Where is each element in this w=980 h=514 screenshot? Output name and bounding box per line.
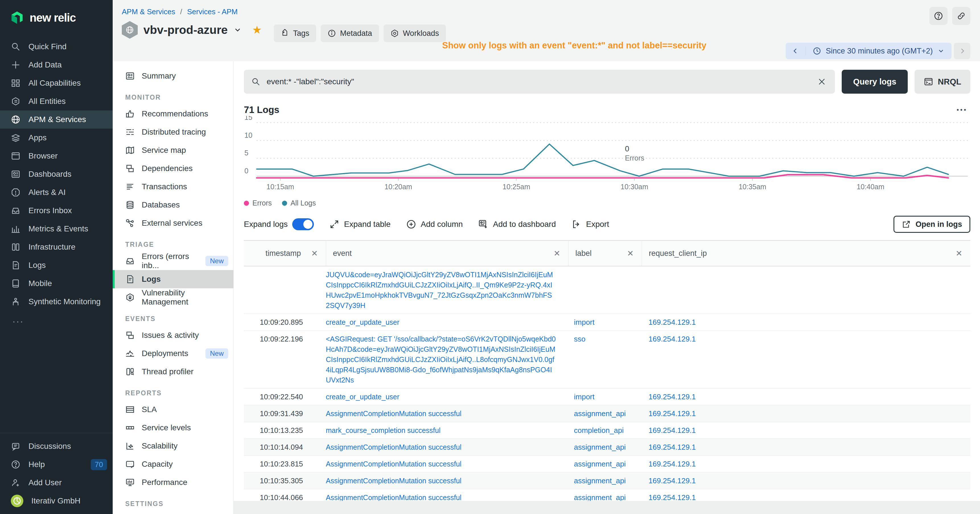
copy-link-button[interactable]	[952, 7, 970, 25]
log-ip-link[interactable]: 169.254.129.1	[642, 439, 970, 455]
sidebar-item-logs[interactable]: Logs	[0, 256, 113, 274]
log-table-row[interactable]: 10:10:13.235 mark_course_completion succ…	[244, 422, 970, 439]
remove-column-button[interactable]: ✕	[309, 249, 320, 258]
subnav-item-deployments[interactable]: Deployments New	[113, 344, 233, 363]
time-back-button[interactable]	[786, 43, 805, 59]
subnav-item-service-levels[interactable]: Service levels	[113, 419, 233, 437]
export-button[interactable]: Export	[571, 219, 609, 229]
log-query-input[interactable]	[266, 77, 810, 86]
subnav-item-capacity[interactable]: Capacity	[113, 455, 233, 473]
log-table-row[interactable]: 10:10:23.815 AssignmentCompletionMutatio…	[244, 456, 970, 473]
sidebar-item-alerts-ai[interactable]: Alerts & AI	[0, 183, 113, 202]
sidebar-item-dashboards[interactable]: Dashboards	[0, 165, 113, 183]
subnav-item-distributed-tracing[interactable]: Distributed tracing	[113, 123, 233, 141]
open-in-logs-button[interactable]: Open in logs	[894, 216, 970, 233]
chevron-down-icon[interactable]	[233, 25, 242, 34]
log-label-link[interactable]: import	[568, 388, 642, 405]
sidebar-item-add-user[interactable]: Add User	[0, 474, 113, 492]
log-table-row[interactable]: 10:10:35.305 AssignmentCompletionMutatio…	[244, 473, 970, 489]
logs-timeseries-chart[interactable]: 05101510:15am10:20am10:25am10:30am10:35a…	[244, 116, 970, 198]
remove-column-button[interactable]: ✕	[552, 249, 563, 258]
log-table-row[interactable]: 10:09:22.196 <ASGIRequest: GET '/sso/cal…	[244, 331, 970, 388]
sidebar-item-apps[interactable]: Apps	[0, 129, 113, 147]
log-event-link[interactable]: mark_course_completion successful	[326, 422, 568, 439]
time-forward-button[interactable]	[954, 43, 970, 59]
add-to-dashboard-button[interactable]: Add to dashboard	[478, 219, 556, 229]
log-label-link[interactable]: import	[568, 314, 642, 330]
query-logs-button[interactable]: Query logs	[842, 70, 908, 94]
log-table-row[interactable]: JUQVU&code=eyJraWQiOiJjcGltY29yZV8wOTI1M…	[244, 266, 970, 314]
expand-logs-toggle[interactable]: Expand logs	[244, 218, 314, 230]
log-ip-link[interactable]: 169.254.129.1	[642, 331, 970, 388]
log-label-link[interactable]: assignment_api	[568, 456, 642, 472]
log-label-link[interactable]	[568, 266, 642, 313]
sidebar-item-errors-inbox[interactable]: Errors Inbox	[0, 202, 113, 220]
help-button[interactable]	[929, 7, 948, 25]
breadcrumb-apm-services[interactable]: APM & Services	[122, 7, 175, 16]
sidebar-item-account[interactable]: Iterativ GmbH	[0, 492, 113, 510]
sidebar-item-metrics-events[interactable]: Metrics & Events	[0, 220, 113, 238]
subnav-item-logs[interactable]: Logs	[113, 270, 233, 288]
add-column-button[interactable]: Add column	[406, 219, 463, 229]
sidebar-item-mobile[interactable]: Mobile	[0, 274, 113, 293]
legend-item-errors[interactable]: Errors	[244, 199, 272, 207]
remove-column-button[interactable]: ✕	[625, 249, 636, 258]
sidebar-item-discussions[interactable]: Discussions	[0, 437, 113, 455]
log-ip-link[interactable]: 169.254.129.1	[642, 456, 970, 472]
log-event-link[interactable]: create_or_update_user	[326, 314, 568, 330]
chart-menu-button[interactable]: •••	[954, 105, 970, 115]
log-event-link[interactable]: AssignmentCompletionMutation successful	[326, 456, 568, 472]
log-ip-link[interactable]: 169.254.129.1	[642, 422, 970, 439]
sidebar-item-infrastructure[interactable]: Infrastructure	[0, 238, 113, 256]
subnav-item-vulnerability-management[interactable]: Vulnerability Management	[113, 288, 233, 307]
sidebar-item-synthetic-monitoring[interactable]: Synthetic Monitoring	[0, 293, 113, 311]
log-label-link[interactable]: completion_api	[568, 422, 642, 439]
subnav-item-external-services[interactable]: External services	[113, 214, 233, 232]
subnav-item-errors-inbox[interactable]: Errors (errors inb... New	[113, 252, 233, 270]
sidebar-item-browser[interactable]: Browser	[0, 147, 113, 165]
sidebar-item-help[interactable]: Help 70	[0, 455, 113, 474]
subnav-item-thread-profiler[interactable]: Thread profiler	[113, 363, 233, 381]
toggle-switch-on[interactable]	[292, 218, 314, 230]
subnav-item-scalability[interactable]: Scalability	[113, 437, 233, 455]
log-ip-link[interactable]	[642, 266, 970, 313]
log-event-link[interactable]: <ASGIRequest: GET '/sso/callback/?state=…	[326, 331, 568, 388]
subnav-item-recommendations[interactable]: Recommendations	[113, 105, 233, 123]
new-relic-logo[interactable]: new relic	[0, 0, 113, 25]
time-range-dropdown[interactable]: Since 30 minutes ago (GMT+2)	[805, 47, 951, 56]
subnav-item-performance[interactable]: Performance	[113, 473, 233, 492]
sidebar-item-add-data[interactable]: Add Data	[0, 56, 113, 74]
log-event-link[interactable]: AssignmentCompletionMutation successful	[326, 439, 568, 455]
subnav-item-transactions[interactable]: Transactions	[113, 178, 233, 196]
expand-table-button[interactable]: Expand table	[329, 219, 390, 229]
tags-button[interactable]: Tags	[274, 24, 316, 42]
sidebar-item-all-capabilities[interactable]: All Capabilities	[0, 74, 113, 92]
subnav-item-issues-activity[interactable]: Issues & activity	[113, 326, 233, 344]
horizontal-scrollbar-track[interactable]	[234, 501, 980, 514]
sidebar-item-apm-services[interactable]: APM & Services	[0, 110, 113, 129]
log-ip-link[interactable]: 169.254.129.1	[642, 388, 970, 405]
log-event-link[interactable]: AssignmentCompletionMutation successful	[326, 405, 568, 422]
subnav-item-databases[interactable]: Databases	[113, 196, 233, 214]
log-table-row[interactable]: 10:09:22.540 create_or_update_user impor…	[244, 388, 970, 405]
subnav-item-summary[interactable]: Summary	[113, 67, 233, 85]
nrql-button[interactable]: NRQL	[915, 70, 970, 94]
log-ip-link[interactable]: 169.254.129.1	[642, 314, 970, 330]
log-label-link[interactable]: assignment_api	[568, 405, 642, 422]
workloads-button[interactable]: Workloads	[383, 24, 446, 42]
sidebar-item-quick-find[interactable]: Quick Find	[0, 38, 113, 56]
subnav-item-service-map[interactable]: Service map	[113, 141, 233, 159]
sidebar-more-button[interactable]: ...	[0, 311, 113, 325]
log-event-link[interactable]: create_or_update_user	[326, 388, 568, 405]
log-table-row[interactable]: 10:09:20.895 create_or_update_user impor…	[244, 314, 970, 331]
favorite-star-icon[interactable]: ★	[252, 24, 262, 36]
log-ip-link[interactable]: 169.254.129.1	[642, 405, 970, 422]
log-label-link[interactable]: sso	[568, 331, 642, 388]
log-event-link[interactable]: JUQVU&code=eyJraWQiOiJjcGltY29yZV8wOTI1M…	[326, 266, 568, 313]
breadcrumb-services-apm[interactable]: Services - APM	[187, 7, 238, 16]
log-table-row[interactable]: 10:10:14.094 AssignmentCompletionMutatio…	[244, 439, 970, 456]
subnav-item-sla[interactable]: SLA	[113, 401, 233, 419]
sidebar-item-all-entities[interactable]: All Entities	[0, 92, 113, 110]
legend-item-all-logs[interactable]: All Logs	[282, 199, 316, 207]
metadata-button[interactable]: Metadata	[321, 24, 379, 42]
